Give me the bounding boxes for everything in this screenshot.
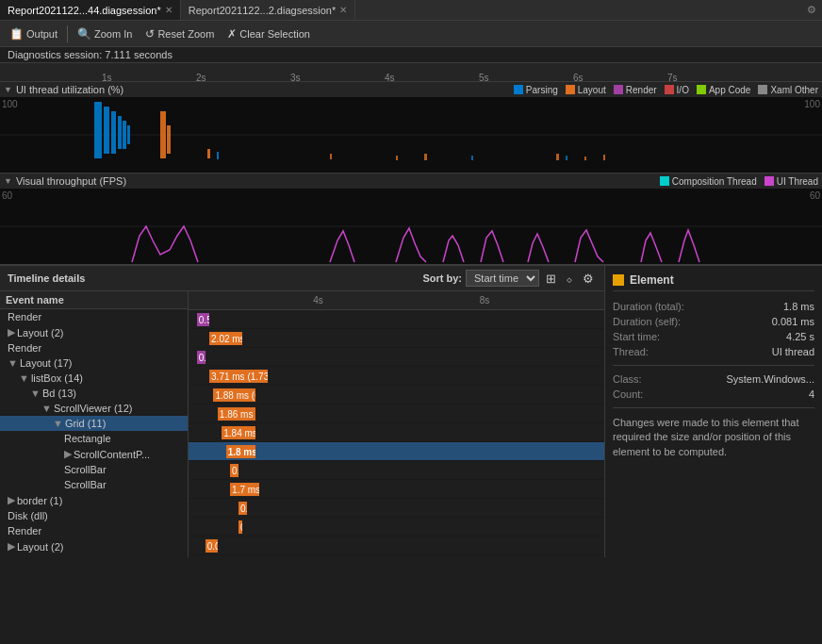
details-description: Changes were made to this element that r… [613,416,814,459]
event-row-render-2[interactable]: Render [0,340,188,355]
settings-icon[interactable]: ⚙ [801,4,822,16]
ui-thread-chart-title-area: ▼ UI thread utilization (%) [4,84,508,95]
details-row-thread: Thread: UI thread [613,346,814,357]
svg-rect-8 [167,125,171,154]
event-name-disk: Disk (dll) [8,510,48,521]
details-header-text: Element [630,273,674,287]
output-button[interactable]: 📋 Output [4,25,63,42]
event-bar-scrollbar-1: 0.012 ms [238,502,247,515]
reset-zoom-icon: ↺ [145,27,155,41]
bar-row-scrollviewer: 1.84 ms (0.039 ms) [189,423,604,442]
legend-parsing: Parsing [514,85,558,95]
event-row-grid[interactable]: ▼ Grid (11) [0,416,188,431]
event-row-scrollbar-2[interactable]: ScrollBar [0,477,188,492]
fps-svg [0,189,822,264]
ui-thread-svg [0,97,822,173]
timeline-title: Timeline details [8,272,85,284]
event-name-render-3: Render [8,525,41,537]
clear-selection-label: Clear Selection [239,28,310,40]
event-row-border[interactable]: ▶ border (1) [0,492,188,508]
tab-1-close[interactable]: ✕ [165,5,173,15]
details-row-class: Class: System.Windows... [613,373,814,385]
group-by-icon[interactable]: ⊞ [543,271,559,287]
event-row-render-3[interactable]: Render [0,523,188,538]
expand-layout-17[interactable]: ▼ [8,357,18,369]
clear-selection-icon: ✗ [227,27,237,41]
ui-thread-scale-top-right: 100 [804,99,820,109]
legend-io-dot [665,85,674,94]
fps-collapse-arrow[interactable]: ▼ [4,176,12,186]
session-info: Diagnostics session: 7.111 seconds [0,47,822,63]
details-header: Element [613,273,814,291]
zoom-in-icon: 🔍 [77,27,91,41]
legend-comp-thread-label: Composition Thread [672,176,757,187]
event-name-layout-2: Layout (2) [17,327,64,339]
event-row-listbox[interactable]: ▼ listBox (14) [0,371,188,386]
event-name-bd: Bd (13) [42,388,76,399]
event-row-render-1[interactable]: Render [0,309,188,324]
event-row-bd[interactable]: ▼ Bd (13) [0,386,188,401]
expand-listbox[interactable]: ▼ [19,372,29,384]
expand-layout-2b[interactable]: ▶ [8,540,15,553]
reset-zoom-button[interactable]: ↺ Reset Zoom [140,25,220,42]
clear-selection-button[interactable]: ✗ Clear Selection [222,25,316,42]
event-bar-scrollbar-2: 0.0056 ms [238,520,242,534]
tab-2[interactable]: Report2021122...2.diagsession* ✕ [181,0,356,20]
bar-rows[interactable]: 0.54 ms 2.02 ms (1.73 ms) 0.24 ms 3.71 m… [189,310,604,557]
svg-rect-2 [104,107,109,154]
tab-1[interactable]: Report2021122...44.diagsession* ✕ [0,0,181,20]
event-row-layout-2[interactable]: ▶ Layout (2) [0,324,188,340]
ui-thread-collapse-arrow[interactable]: ▼ [4,85,12,94]
legend-xaml-other-dot [758,85,767,94]
details-panel: Element Duration (total): 1.8 ms Duratio… [605,266,822,557]
event-row-disk[interactable]: Disk (dll) [0,508,188,523]
event-row-scrollbar-1[interactable]: ScrollBar [0,462,188,477]
legend-ui-thread-fps-dot [764,176,774,186]
sort-select[interactable]: Start time Duration Self time [466,270,539,287]
details-label-thread: Thread: [613,346,649,357]
timeline-panel: Timeline details Sort by: Start time Dur… [0,266,605,557]
svg-rect-4 [118,116,122,149]
event-row-layout-17[interactable]: ▼ Layout (17) [0,355,188,371]
event-name-scrollbar-1: ScrollBar [64,464,107,475]
ui-thread-chart-body[interactable]: 100 100 [0,97,822,173]
expand-grid[interactable]: ▼ [53,418,63,429]
legend-xaml-other-label: Xaml Other [770,85,818,95]
expand-layout-2[interactable]: ▶ [8,326,15,339]
ruler-tick-6s: 6s [573,73,584,83]
filter-icon[interactable]: ⬦ [563,271,576,287]
zoom-in-button[interactable]: 🔍 Zoom In [72,25,138,42]
svg-rect-17 [584,157,586,160]
event-row-scrollcontentp[interactable]: ▶ ScrollContentP... [0,446,188,462]
tab-2-close[interactable]: ✕ [339,5,347,15]
tab-2-label: Report2021122...2.diagsession* [189,5,337,16]
event-name-scrollbar-2: ScrollBar [64,479,107,490]
svg-rect-9 [207,149,210,158]
event-row-layout-2b[interactable]: ▶ Layout (2) [0,538,188,554]
event-bar-render-2: 0.24 ms [197,351,206,364]
svg-rect-7 [160,111,166,158]
legend-composition-thread: Composition Thread [660,176,757,187]
expand-scrollcontentp[interactable]: ▶ [64,448,72,460]
details-color-indicator [613,274,624,286]
expand-border[interactable]: ▶ [8,494,15,506]
output-icon: 📋 [9,27,24,41]
details-label-duration-self: Duration (self): [613,316,681,327]
bar-row-scrollcontentp: 1.7 ms (0.051 ms) [189,480,604,499]
bar-row-render-1: 0.54 ms [189,310,604,329]
legend-render: Render [614,85,657,95]
expand-scrollviewer[interactable]: ▼ [41,403,52,414]
bar-tick-4s: 4s [313,295,323,305]
fps-chart-body[interactable]: 60 60 [0,189,822,264]
details-row-count: Count: 4 [613,388,814,400]
legend-render-label: Render [626,85,657,95]
event-row-scrollviewer[interactable]: ▼ ScrollViewer (12) [0,401,188,416]
ui-thread-scale-top-left: 100 [2,99,18,109]
event-row-rectangle[interactable]: Rectangle [0,431,188,446]
svg-rect-16 [566,156,567,160]
fps-scale-top-right: 60 [810,190,820,201]
event-name-scrollcontentp: ScrollContentP... [74,449,150,460]
legend-app-code-label: App Code [709,85,750,95]
expand-bd[interactable]: ▼ [30,388,41,399]
settings-gear-icon[interactable]: ⚙ [580,271,597,287]
